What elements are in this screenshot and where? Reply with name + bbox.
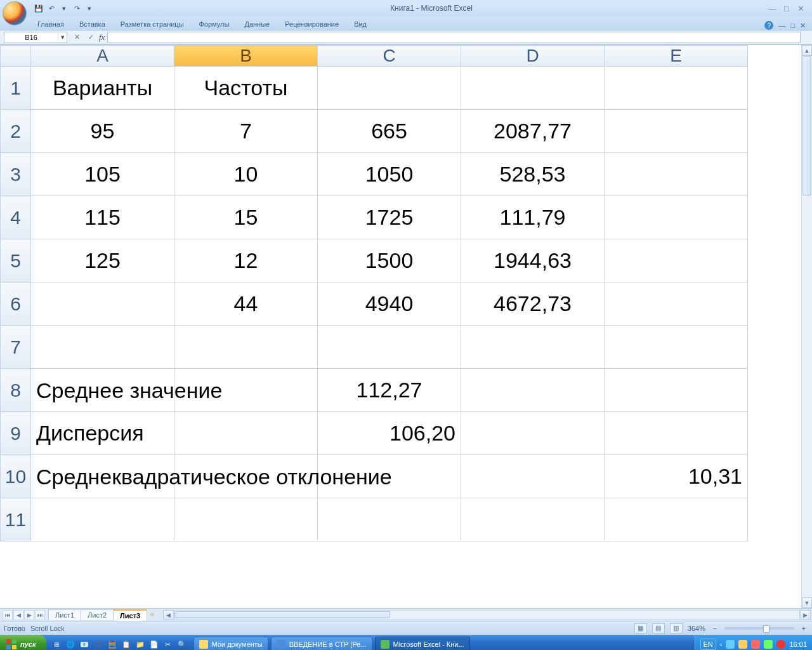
cell-D7[interactable] xyxy=(461,326,605,369)
cell-C2[interactable]: 665 xyxy=(318,110,461,153)
cancel-formula-icon[interactable]: ✕ xyxy=(71,32,82,43)
name-box-dropdown-icon[interactable]: ▾ xyxy=(58,33,67,41)
cell-E6[interactable] xyxy=(605,282,748,326)
qat-save-icon[interactable]: 💾 xyxy=(33,3,44,14)
cell-A7[interactable] xyxy=(31,326,174,369)
cell-A3[interactable]: 105 xyxy=(31,153,174,196)
col-header-A[interactable]: A xyxy=(31,46,174,67)
scroll-left-icon[interactable]: ◀ xyxy=(163,610,174,620)
taskbar-item[interactable]: Мои документы xyxy=(193,637,268,650)
cell-C9[interactable]: 106,20 xyxy=(318,412,461,455)
ql-icon[interactable]: ✂ xyxy=(162,638,174,650)
tray-icon[interactable] xyxy=(776,640,785,649)
ribbon-tab-review[interactable]: Рецензирование xyxy=(278,17,346,30)
tray-icon[interactable] xyxy=(751,640,760,649)
cell-E10[interactable]: 10,31 xyxy=(605,455,748,498)
help-icon[interactable]: ? xyxy=(764,21,773,30)
scroll-up-icon[interactable]: ▲ xyxy=(802,45,812,56)
tab-nav-next-icon[interactable]: ▶ xyxy=(24,610,34,620)
view-pagebreak-icon[interactable]: ▥ xyxy=(670,623,683,633)
tab-nav-last-icon[interactable]: ⏭ xyxy=(35,610,45,620)
close-button[interactable]: ✕ xyxy=(796,4,806,13)
ql-icon[interactable]: 🔍 xyxy=(176,638,188,650)
cell-B2[interactable]: 7 xyxy=(174,110,318,153)
cell-E5[interactable] xyxy=(605,239,748,282)
office-button[interactable] xyxy=(3,1,27,25)
sheet-tab-3[interactable]: Лист3 xyxy=(113,609,147,621)
vscroll-thumb[interactable] xyxy=(802,56,811,196)
cell-A6[interactable] xyxy=(31,282,174,326)
col-header-C[interactable]: C xyxy=(318,46,461,67)
cell-A2[interactable]: 95 xyxy=(31,110,174,153)
ql-icon[interactable]: 🧮 xyxy=(106,638,119,650)
cell-C5[interactable]: 1500 xyxy=(318,239,461,282)
ribbon-tab-data[interactable]: Данные xyxy=(237,17,277,30)
cell-B5[interactable]: 12 xyxy=(174,239,318,282)
tab-nav-first-icon[interactable]: ⏮ xyxy=(3,610,13,620)
start-button[interactable]: пуск xyxy=(0,635,46,650)
zoom-level[interactable]: 364% xyxy=(688,625,705,632)
col-header-E[interactable]: E xyxy=(605,46,748,67)
cell-E11[interactable] xyxy=(605,498,748,541)
ribbon-tab-formulas[interactable]: Формулы xyxy=(192,17,237,30)
row-header-1[interactable]: 1 xyxy=(1,67,31,110)
taskbar-item[interactable]: ВВЕДЕНИЕ в СТР [Ре... xyxy=(271,637,372,650)
ql-icon[interactable]: 🖥 xyxy=(50,638,63,650)
cell-D4[interactable]: 111,79 xyxy=(461,196,605,239)
ql-icon[interactable]: 📁 xyxy=(134,638,147,650)
ql-icon[interactable]: 🌐 xyxy=(64,638,77,650)
cell-D8[interactable] xyxy=(461,369,605,412)
cell-A5[interactable]: 125 xyxy=(31,239,174,282)
new-sheet-icon[interactable]: ✧ xyxy=(149,611,162,619)
language-indicator[interactable]: EN xyxy=(700,639,716,650)
cell-B9[interactable] xyxy=(174,412,318,455)
col-header-D[interactable]: D xyxy=(461,46,605,67)
ql-icon[interactable]: 📄 xyxy=(148,638,160,650)
row-header-4[interactable]: 4 xyxy=(1,196,31,239)
name-box[interactable]: B16 ▾ xyxy=(4,32,67,43)
row-header-3[interactable]: 3 xyxy=(1,153,31,196)
cell-D3[interactable]: 528,53 xyxy=(461,153,605,196)
row-header-10[interactable]: 10 xyxy=(1,455,31,498)
cell-B1[interactable]: Частоты xyxy=(174,67,318,110)
vertical-scrollbar[interactable]: ▲ ▼ xyxy=(801,45,812,608)
cell-B6[interactable]: 44 xyxy=(174,282,318,326)
cell-C6[interactable]: 4940 xyxy=(318,282,461,326)
cell-C4[interactable]: 1725 xyxy=(318,196,461,239)
cell-C8[interactable]: 112,27 xyxy=(318,369,461,412)
ribbon-tab-insert[interactable]: Вставка xyxy=(72,17,112,30)
cell-B7[interactable] xyxy=(174,326,318,369)
cell-C11[interactable] xyxy=(318,498,461,541)
col-header-B[interactable]: B xyxy=(174,46,318,67)
cell-C7[interactable] xyxy=(318,326,461,369)
clock[interactable]: 16:01 xyxy=(789,640,807,648)
cell-D10[interactable] xyxy=(461,455,605,498)
cell-E3[interactable] xyxy=(605,153,748,196)
cell-A10[interactable]: Среднеквадратическое отклонение xyxy=(31,455,174,498)
qat-customize-icon[interactable]: ▾ xyxy=(84,3,95,14)
cell-E7[interactable] xyxy=(605,326,748,369)
cell-D5[interactable]: 1944,63 xyxy=(461,239,605,282)
row-header-6[interactable]: 6 xyxy=(1,282,31,326)
qat-redo-icon[interactable]: ↷ xyxy=(71,3,82,14)
ribbon-tab-view[interactable]: Вид xyxy=(347,17,374,30)
qat-undo-dd[interactable]: ▾ xyxy=(58,3,70,14)
cell-A8[interactable]: Среднее значение xyxy=(31,369,174,412)
ribbon-tab-pagelayout[interactable]: Разметка страницы xyxy=(114,17,191,30)
fx-icon[interactable]: fx xyxy=(99,32,105,43)
workbook-close-button[interactable]: ✕ xyxy=(800,22,806,30)
cell-A1[interactable]: Варианты xyxy=(31,67,174,110)
cell-E8[interactable] xyxy=(605,369,748,412)
tray-icon[interactable] xyxy=(726,640,735,649)
row-header-7[interactable]: 7 xyxy=(1,326,31,369)
cell-A4[interactable]: 115 xyxy=(31,196,174,239)
cell-D1[interactable] xyxy=(461,67,605,110)
tab-nav-prev-icon[interactable]: ◀ xyxy=(13,610,23,620)
workbook-restore-button[interactable]: □ xyxy=(790,22,795,29)
select-all-button[interactable] xyxy=(1,46,31,67)
cell-E1[interactable] xyxy=(605,67,748,110)
tray-expand-icon[interactable]: ‹ xyxy=(720,640,723,648)
cell-A11[interactable] xyxy=(31,498,174,541)
cell-E2[interactable] xyxy=(605,110,748,153)
cell-A9[interactable]: Дисперсия xyxy=(31,412,174,455)
